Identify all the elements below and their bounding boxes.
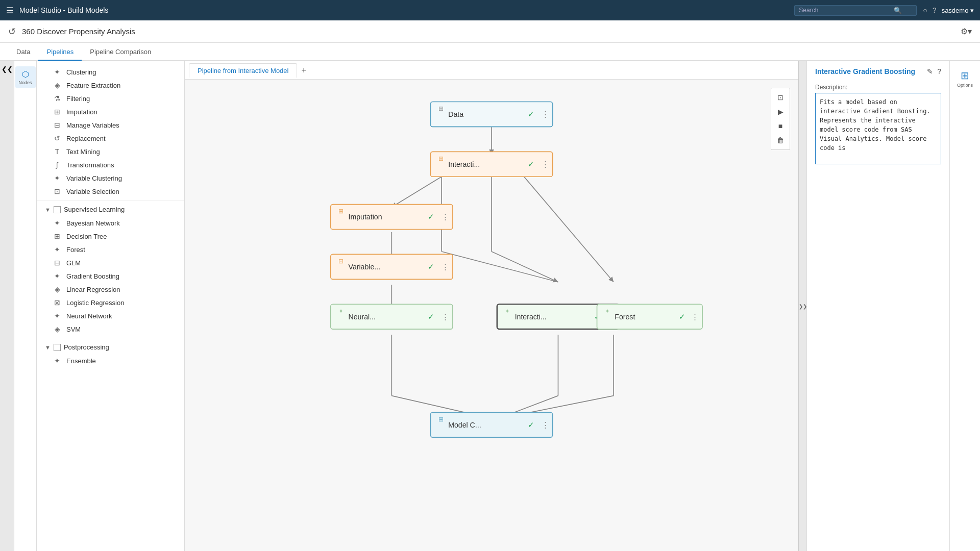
sidebar-label-variable-clustering: Variable Clustering (66, 174, 122, 182)
postprocessing-checkbox[interactable] (54, 344, 61, 351)
right-panel-action-icons: ✎ ? (927, 67, 941, 76)
svg-text:⊞: ⊞ (438, 105, 444, 112)
tab-pipelines[interactable]: Pipelines (38, 44, 82, 61)
user-menu[interactable]: sasdemo ▾ (942, 7, 974, 14)
sidebar-item-filtering[interactable]: ⚗ Filtering (37, 92, 184, 105)
sidebar-item-linear-regression[interactable]: ◈ Linear Regression (37, 283, 184, 296)
help-circle-icon[interactable]: ○ (923, 6, 927, 14)
sidebar-item-clustering[interactable]: ✦ Clustering (37, 65, 184, 79)
sidebar-item-manage-variables[interactable]: ⊟ Manage Variables (37, 118, 184, 132)
svg-text:⊞: ⊞ (438, 416, 444, 423)
bayesian-network-icon: ✦ (53, 219, 61, 227)
supervised-section-label: Supervised Learning (64, 206, 125, 213)
svg-line-4 (519, 171, 614, 282)
menu-icon[interactable]: ☰ (6, 6, 13, 15)
neural-network-node[interactable]: ✦ Neural... ✓ ⋮ (331, 304, 453, 329)
svg-text:✓: ✓ (428, 312, 434, 321)
question-icon[interactable]: ? (933, 6, 937, 14)
sidebar-item-text-mining[interactable]: T Text Mining (37, 145, 184, 158)
run-button[interactable]: ▶ (773, 105, 788, 119)
svg-text:Interacti...: Interacti... (448, 160, 480, 168)
svg-text:⊞: ⊞ (438, 155, 444, 162)
sidebar-label-ensemble: Ensemble (66, 357, 96, 365)
svg-text:⋮: ⋮ (442, 212, 449, 221)
sidebar-label-bayesian-network: Bayesian Network (66, 219, 120, 227)
stop-button[interactable]: ■ (773, 119, 788, 133)
sidebar-label-decision-tree: Decision Tree (66, 233, 107, 240)
description-label: Description: (807, 80, 949, 93)
fit-view-button[interactable]: ⊡ (773, 90, 788, 105)
canvas-toolbar: ⊡ ▶ ■ 🗑 (771, 88, 790, 150)
tab-pipeline-comparison[interactable]: Pipeline Comparison (82, 44, 159, 61)
add-pipeline-tab-button[interactable]: + (297, 64, 310, 77)
app-title: Model Studio - Build Models (19, 6, 788, 14)
sidebar-item-ensemble[interactable]: ✦ Ensemble (37, 354, 184, 367)
nodes-panel-item[interactable]: ⬡ Nodes (15, 66, 36, 88)
pipeline-canvas[interactable]: ⊡ ▶ ■ 🗑 (185, 80, 798, 551)
sidebar-label-linear-regression: Linear Regression (66, 286, 120, 293)
sidebar-item-imputation[interactable]: ⊞ Imputation (37, 105, 184, 118)
svg-text:Variable...: Variable... (349, 263, 381, 271)
main-tabbar: Data Pipelines Pipeline Comparison (0, 43, 980, 61)
svg-text:✓: ✓ (428, 212, 434, 221)
delete-node-button[interactable]: 🗑 (773, 133, 788, 147)
sidebar-item-bayesian-network[interactable]: ✦ Bayesian Network (37, 216, 184, 230)
search-icon: 🔍 (894, 7, 902, 14)
pipeline-diagram: ⊞ Data ✓ ⋮ ⊞ Interacti... ✓ ⋮ ⊞ (185, 80, 798, 551)
interactive-gradient-top-node[interactable]: ⊞ Interacti... ✓ ⋮ (430, 152, 552, 177)
tab-data[interactable]: Data (8, 44, 38, 61)
forest-node[interactable]: ✦ Forest ✓ ⋮ (597, 304, 703, 329)
clustering-icon: ✦ (53, 68, 61, 76)
right-panel: Interactive Gradient Boosting ✎ ? Descri… (806, 61, 949, 551)
imputation-node[interactable]: ⊞ Imputation ✓ ⋮ (331, 205, 453, 230)
sidebar-item-replacement[interactable]: ↺ Replacement (37, 132, 184, 145)
pipeline-tab-interactive[interactable]: Pipeline from Interactive Model (189, 63, 297, 78)
search-input[interactable] (799, 7, 891, 14)
svg-text:Imputation: Imputation (349, 213, 382, 221)
sidebar-label-imputation: Imputation (66, 108, 97, 116)
postprocessing-section-header[interactable]: ▼ Postprocessing (37, 340, 184, 354)
main-content: ❮❮ ⬡ Nodes ✦ Clustering ◈ Feature Extrac… (0, 61, 980, 551)
svg-text:⋮: ⋮ (542, 110, 549, 118)
supervised-section-header[interactable]: ▼ Supervised Learning (37, 203, 184, 216)
edit-icon[interactable]: ✎ (927, 67, 933, 76)
back-button[interactable]: ↺ (8, 26, 16, 37)
sidebar-item-feature-extraction[interactable]: ◈ Feature Extraction (37, 79, 184, 92)
svg-text:⋮: ⋮ (442, 312, 449, 321)
sidebar-item-svm[interactable]: ◈ SVM (37, 322, 184, 336)
svg-text:⋮: ⋮ (691, 312, 699, 321)
options-item[interactable]: ⊞ Options (951, 66, 979, 91)
settings-icon[interactable]: ⚙▾ (961, 27, 972, 36)
app-header: ☰ Model Studio - Build Models 🔍 ○ ? sasd… (0, 0, 980, 20)
right-panel-toggle[interactable]: ❯❯ (798, 61, 806, 551)
model-comparison-node[interactable]: ⊞ Model C... ✓ ⋮ (430, 412, 552, 437)
data-node[interactable]: ⊞ Data ✓ ⋮ (430, 102, 552, 127)
sidebar-label-replacement: Replacement (66, 135, 106, 142)
sidebar-item-logistic-regression[interactable]: ⊠ Logistic Regression (37, 296, 184, 309)
sidebar-item-glm[interactable]: ⊟ GLM (37, 256, 184, 269)
sidebar-item-variable-clustering[interactable]: ✦ Variable Clustering (37, 171, 184, 185)
svg-line-1 (391, 177, 442, 207)
svg-text:✦: ✦ (505, 308, 510, 315)
sidebar-label-clustering: Clustering (66, 68, 96, 76)
toolbar-right: ⚙▾ (961, 27, 972, 36)
sidebar-item-forest[interactable]: ✦ Forest (37, 243, 184, 256)
header-icons: ○ ? sasdemo ▾ (923, 6, 974, 14)
description-text[interactable] (815, 93, 941, 164)
svg-text:Forest: Forest (615, 313, 635, 321)
supervised-checkbox[interactable] (54, 206, 61, 213)
page-toolbar: ↺ 360 Discover Propensity Analysis ⚙▾ (0, 20, 980, 43)
sidebar-item-transformations[interactable]: ∫ Transformations (37, 158, 184, 171)
help-icon[interactable]: ? (937, 67, 941, 76)
options-panel: ⊞ Options (949, 61, 980, 551)
sidebar-label-text-mining: Text Mining (66, 148, 100, 156)
sidebar-item-neural-network[interactable]: ✦ Neural Network (37, 309, 184, 322)
sidebar-item-gradient-boosting[interactable]: ✦ Gradient Boosting (37, 269, 184, 283)
sidebar-toggle[interactable]: ❮❮ (0, 61, 14, 551)
sidebar-item-variable-selection[interactable]: ⊡ Variable Selection (37, 185, 184, 198)
svg-text:Neural...: Neural... (349, 313, 376, 321)
variable-selection-node[interactable]: ⊡ Variable... ✓ ⋮ (331, 254, 453, 279)
svg-text:✓: ✓ (428, 262, 434, 271)
sidebar-item-decision-tree[interactable]: ⊞ Decision Tree (37, 230, 184, 243)
svg-rect-46 (597, 304, 703, 329)
